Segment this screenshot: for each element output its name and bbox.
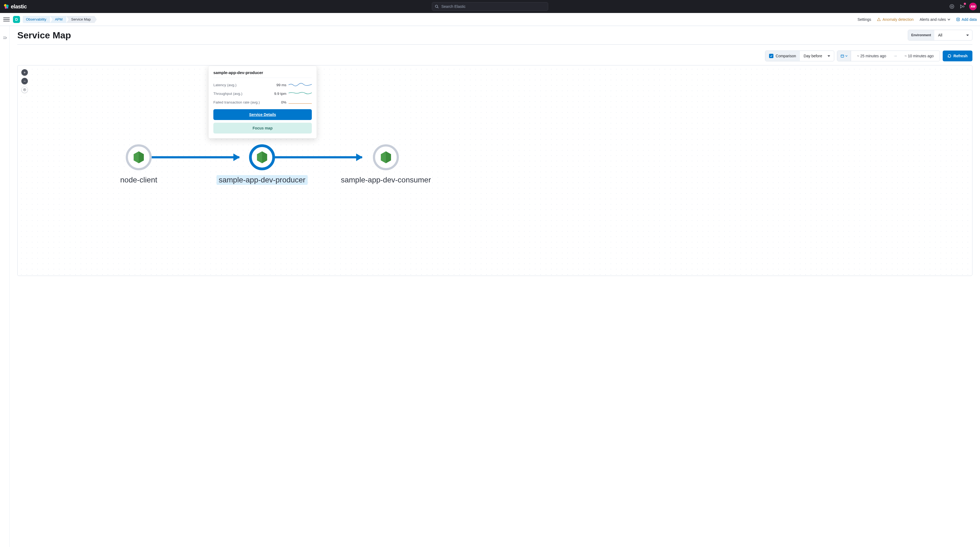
metric-value: 99 ms bbox=[276, 83, 286, 87]
breadcrumb-current: Service Map bbox=[66, 16, 94, 23]
service-label-node-client: node-client bbox=[120, 176, 158, 184]
service-node-consumer[interactable] bbox=[373, 144, 399, 170]
user-avatar[interactable]: AW bbox=[969, 3, 977, 10]
sparkline-icon bbox=[288, 83, 312, 87]
page-title: Service Map bbox=[17, 30, 71, 41]
alerts-rules-link[interactable]: Alerts and rules bbox=[920, 17, 950, 22]
service-node-node-client[interactable] bbox=[126, 144, 152, 170]
chevron-down-icon bbox=[948, 18, 950, 21]
nav-toggle-icon[interactable] bbox=[3, 16, 10, 23]
calendar-icon bbox=[840, 54, 844, 58]
breadcrumbs: Observability APM Service Map bbox=[23, 16, 95, 23]
global-search[interactable] bbox=[432, 2, 548, 11]
expand-sidebar-icon[interactable] bbox=[3, 36, 7, 547]
svg-point-4 bbox=[435, 5, 438, 8]
refresh-label: Refresh bbox=[953, 54, 967, 58]
newsfeed-icon[interactable] bbox=[959, 3, 966, 10]
metric-failrate: Failed transaction rate (avg.) 0% bbox=[213, 98, 312, 106]
range-to: ~ 10 minutes ago bbox=[899, 54, 940, 58]
global-search-input[interactable] bbox=[441, 4, 545, 9]
range-arrow-icon: → bbox=[892, 54, 899, 59]
brand-logo[interactable]: elastic bbox=[3, 3, 27, 10]
service-details-button[interactable]: Service Details bbox=[213, 109, 312, 120]
comparison-checkbox[interactable]: Comparison bbox=[765, 51, 800, 61]
metric-label: Latency (avg.) bbox=[213, 83, 237, 87]
anomaly-detection-link[interactable]: Anomaly detection bbox=[877, 17, 913, 22]
service-popover: sample-app-dev-producer Latency (avg.) 9… bbox=[208, 66, 317, 138]
page-header: Service Map Environment All bbox=[17, 30, 972, 44]
breadcrumb-observability[interactable]: Observability bbox=[23, 16, 50, 23]
metric-label: Failed transaction rate (avg.) bbox=[213, 100, 260, 104]
calendar-button[interactable] bbox=[837, 51, 851, 61]
svg-point-2 bbox=[5, 6, 7, 9]
edge-client-producer bbox=[150, 156, 239, 159]
svg-point-3 bbox=[7, 7, 8, 9]
metric-throughput: Throughput (avg.) 9.9 tpm bbox=[213, 89, 312, 98]
environment-value: All bbox=[934, 30, 972, 40]
search-icon bbox=[435, 5, 439, 8]
environment-select[interactable]: Environment All bbox=[908, 30, 972, 41]
settings-link[interactable]: Settings bbox=[858, 17, 871, 22]
popover-title: sample-app-dev-producer bbox=[213, 70, 312, 78]
metric-latency: Latency (avg.) 99 ms bbox=[213, 81, 312, 89]
page-body: Service Map Environment All Comparison D… bbox=[0, 26, 980, 547]
refresh-icon bbox=[948, 54, 951, 58]
sparkline-icon bbox=[288, 91, 312, 96]
comparison-select-value: Day before bbox=[804, 54, 822, 58]
svg-line-5 bbox=[438, 7, 439, 8]
checkbox-icon bbox=[769, 54, 773, 58]
sparkline-icon bbox=[288, 100, 312, 104]
secondary-right: Settings Anomaly detection Alerts and ru… bbox=[858, 17, 977, 22]
add-data-label: Add data bbox=[962, 17, 977, 22]
svg-point-7 bbox=[951, 6, 953, 7]
focus-map-button[interactable]: Focus map bbox=[213, 123, 312, 133]
comparison-control: Comparison Day before bbox=[765, 51, 834, 61]
secondary-header: D Observability APM Service Map Settings… bbox=[0, 13, 980, 26]
warning-icon bbox=[877, 17, 881, 21]
metric-value: 9.9 tpm bbox=[274, 92, 286, 96]
environment-label: Environment bbox=[908, 30, 934, 40]
comparison-select[interactable]: Day before bbox=[800, 51, 834, 61]
help-icon[interactable] bbox=[949, 3, 955, 10]
metric-label: Throughput (avg.) bbox=[213, 92, 242, 96]
comparison-label: Comparison bbox=[776, 54, 796, 58]
add-data-link[interactable]: Add data bbox=[956, 17, 977, 22]
space-badge[interactable]: D bbox=[13, 16, 20, 23]
brand-text: elastic bbox=[11, 3, 27, 10]
anomaly-label: Anomaly detection bbox=[882, 17, 913, 22]
breadcrumb-apm[interactable]: APM bbox=[50, 16, 66, 23]
chevron-down-icon bbox=[845, 55, 848, 57]
toolbar: Comparison Day before ~ 25 minutes ago →… bbox=[17, 51, 972, 61]
service-label-producer: sample-app-dev-producer bbox=[216, 175, 308, 185]
range-from: ~ 25 minutes ago bbox=[851, 54, 892, 58]
left-rail bbox=[0, 26, 10, 547]
page-content: Service Map Environment All Comparison D… bbox=[10, 26, 980, 547]
svg-point-6 bbox=[950, 5, 954, 9]
metric-value: 0% bbox=[281, 100, 286, 104]
elastic-logo-icon bbox=[3, 3, 9, 10]
service-map-canvas[interactable]: + − node-client bbox=[17, 65, 972, 276]
date-picker[interactable]: ~ 25 minutes ago → ~ 10 minutes ago bbox=[837, 51, 940, 61]
header-right: AW bbox=[949, 3, 977, 10]
edge-producer-consumer bbox=[273, 156, 362, 159]
svg-rect-13 bbox=[841, 55, 844, 57]
add-data-icon bbox=[956, 17, 960, 21]
service-node-producer[interactable] bbox=[249, 144, 275, 170]
service-graph: node-client sample-app-dev-producer bbox=[18, 65, 972, 276]
service-label-consumer: sample-app-dev-consumer bbox=[341, 176, 431, 184]
alerts-label: Alerts and rules bbox=[920, 17, 946, 22]
global-header: elastic AW bbox=[0, 0, 980, 13]
refresh-button[interactable]: Refresh bbox=[943, 51, 972, 61]
